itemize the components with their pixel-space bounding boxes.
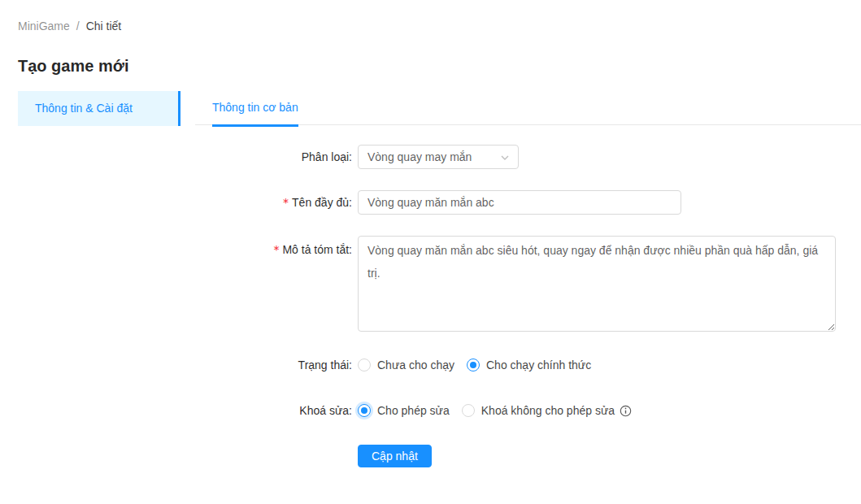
update-button[interactable]: Cập nhật	[358, 445, 432, 467]
description-textarea[interactable]: Vòng quay măn mắn abc siêu hót, quay nga…	[358, 236, 836, 332]
form-row-description: *Mô tả tóm tắt: Vòng quay măn mắn abc si…	[195, 236, 836, 334]
category-select[interactable]: Vòng quay may mắn	[358, 145, 519, 169]
edit-lock-label: Khoá sửa:	[195, 404, 352, 418]
radio-checked-icon	[358, 404, 371, 417]
breadcrumb-separator: /	[76, 20, 80, 33]
radio-option-allow-edit[interactable]: Cho phép sửa	[358, 404, 450, 417]
create-game-page: MiniGame/Chi tiết Tạo game mới Thông tin…	[0, 0, 861, 504]
radio-option-official-run[interactable]: Cho chạy chính thức	[467, 358, 591, 371]
sidebar-item-label: Thông tin & Cài đặt	[35, 102, 133, 115]
form-row-submit: Cập nhật	[195, 445, 432, 467]
form-row-edit-lock: Khoá sửa: Cho phép sửa Khoá không cho ph…	[195, 404, 632, 418]
required-marker: *	[283, 196, 289, 209]
sidebar-item-info-settings[interactable]: Thông tin & Cài đặt	[18, 91, 180, 126]
info-icon[interactable]	[620, 405, 632, 417]
status-radio-group: Chưa cho chạy Cho chạy chính thức	[358, 358, 591, 371]
chevron-down-icon	[500, 153, 510, 163]
tab-basic-info[interactable]: Thông tin cơ bản	[212, 101, 298, 127]
status-label: Trạng thái:	[195, 358, 352, 372]
description-label: *Mô tả tóm tắt:	[195, 236, 352, 262]
fullname-label: *Tên đầy đủ:	[195, 190, 352, 215]
radio-option-lock-edit[interactable]: Khoá không cho phép sửa	[462, 404, 632, 417]
page-title: Tạo game mới	[18, 57, 128, 76]
edit-lock-radio-group: Cho phép sửa Khoá không cho phép sửa	[358, 404, 632, 417]
radio-checked-icon	[467, 358, 480, 371]
breadcrumb-item-current: Chi tiết	[86, 20, 122, 33]
radio-unchecked-icon	[462, 404, 475, 417]
form-row-category: Phân loại: Vòng quay may mắn	[195, 145, 519, 169]
form-row-fullname: *Tên đầy đủ:	[195, 190, 681, 215]
fullname-input[interactable]	[358, 190, 681, 215]
radio-option-not-running[interactable]: Chưa cho chạy	[358, 358, 454, 371]
breadcrumb-item-minigame[interactable]: MiniGame	[18, 20, 70, 33]
form-row-status: Trạng thái: Chưa cho chạy Cho chạy chính…	[195, 358, 591, 372]
tab-label: Thông tin cơ bản	[212, 101, 298, 114]
radio-unchecked-icon	[358, 358, 371, 371]
category-label: Phân loại:	[195, 145, 352, 169]
breadcrumb: MiniGame/Chi tiết	[18, 20, 121, 33]
category-select-value: Vòng quay may mắn	[367, 150, 472, 163]
required-marker: *	[273, 243, 279, 256]
